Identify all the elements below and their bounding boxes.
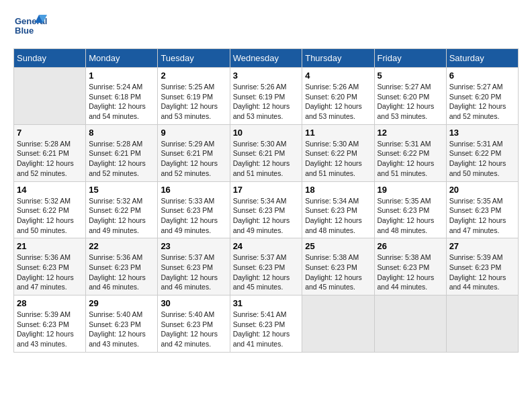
header-monday: Monday (86, 49, 158, 68)
day-number: 20 (449, 185, 515, 195)
header-saturday: Saturday (446, 49, 518, 68)
day-info: Sunrise: 5:38 AMSunset: 6:23 PMDaylight:… (378, 253, 443, 292)
day-number: 15 (89, 185, 154, 195)
day-info: Sunrise: 5:28 AMSunset: 6:21 PMDaylight:… (17, 139, 83, 179)
day-number: 5 (378, 71, 443, 81)
day-info: Sunrise: 5:35 AMSunset: 6:23 PMDaylight:… (378, 196, 443, 236)
day-info: Sunrise: 5:31 AMSunset: 6:22 PMDaylight:… (378, 139, 443, 179)
day-number: 2 (161, 71, 226, 81)
day-info: Sunrise: 5:26 AMSunset: 6:19 PMDaylight:… (233, 82, 300, 122)
calendar-cell: 12Sunrise: 5:31 AMSunset: 6:22 PMDayligh… (374, 124, 446, 181)
calendar-cell: 3Sunrise: 5:26 AMSunset: 6:19 PMDaylight… (230, 68, 302, 125)
calendar-cell: 31Sunrise: 5:41 AMSunset: 6:23 PMDayligh… (230, 295, 302, 353)
calendar-week-row: 7Sunrise: 5:28 AMSunset: 6:21 PMDaylight… (14, 124, 519, 181)
day-info: Sunrise: 5:36 AMSunset: 6:23 PMDaylight:… (89, 253, 154, 292)
header-friday: Friday (374, 49, 446, 68)
day-info: Sunrise: 5:30 AMSunset: 6:22 PMDaylight:… (305, 139, 371, 179)
day-number: 19 (378, 185, 443, 195)
day-number: 6 (449, 71, 515, 81)
calendar-table: SundayMondayTuesdayWednesdayThursdayFrid… (13, 48, 519, 353)
calendar-cell: 1Sunrise: 5:24 AMSunset: 6:18 PMDaylight… (86, 68, 158, 125)
svg-text:Blue: Blue (15, 26, 34, 36)
day-number: 27 (449, 241, 515, 251)
calendar-cell: 18Sunrise: 5:34 AMSunset: 6:23 PMDayligh… (302, 181, 374, 238)
calendar-cell: 20Sunrise: 5:35 AMSunset: 6:23 PMDayligh… (446, 181, 518, 238)
day-number: 28 (17, 298, 83, 308)
day-info: Sunrise: 5:37 AMSunset: 6:23 PMDaylight:… (233, 253, 300, 292)
day-number: 14 (17, 185, 83, 195)
calendar-cell (446, 295, 518, 353)
calendar-cell: 10Sunrise: 5:30 AMSunset: 6:21 PMDayligh… (230, 124, 302, 181)
day-number: 21 (17, 241, 83, 251)
day-number: 23 (161, 241, 226, 251)
day-number: 12 (378, 128, 443, 138)
day-info: Sunrise: 5:34 AMSunset: 6:23 PMDaylight:… (305, 196, 371, 236)
day-number: 22 (89, 241, 154, 251)
day-number: 8 (89, 128, 154, 138)
day-info: Sunrise: 5:39 AMSunset: 6:23 PMDaylight:… (449, 253, 515, 292)
day-info: Sunrise: 5:32 AMSunset: 6:22 PMDaylight:… (89, 196, 154, 236)
calendar-cell: 2Sunrise: 5:25 AMSunset: 6:19 PMDaylight… (158, 68, 230, 125)
day-info: Sunrise: 5:28 AMSunset: 6:21 PMDaylight:… (89, 139, 154, 179)
day-info: Sunrise: 5:35 AMSunset: 6:23 PMDaylight:… (449, 196, 515, 236)
calendar-cell: 17Sunrise: 5:34 AMSunset: 6:23 PMDayligh… (230, 181, 302, 238)
day-number: 30 (161, 298, 226, 308)
calendar-cell: 6Sunrise: 5:27 AMSunset: 6:20 PMDaylight… (446, 68, 518, 125)
calendar-cell: 13Sunrise: 5:31 AMSunset: 6:22 PMDayligh… (446, 124, 518, 181)
day-number: 25 (305, 241, 371, 251)
day-info: Sunrise: 5:40 AMSunset: 6:23 PMDaylight:… (89, 310, 154, 349)
day-info: Sunrise: 5:38 AMSunset: 6:23 PMDaylight:… (305, 253, 371, 292)
calendar-cell: 29Sunrise: 5:40 AMSunset: 6:23 PMDayligh… (86, 295, 158, 353)
logo-svg: General Blue (13, 13, 47, 42)
day-number: 4 (305, 71, 371, 81)
calendar-cell: 25Sunrise: 5:38 AMSunset: 6:23 PMDayligh… (302, 238, 374, 295)
calendar-cell: 4Sunrise: 5:26 AMSunset: 6:20 PMDaylight… (302, 68, 374, 125)
day-number: 3 (233, 71, 300, 81)
day-info: Sunrise: 5:25 AMSunset: 6:19 PMDaylight:… (161, 82, 226, 122)
calendar-cell: 11Sunrise: 5:30 AMSunset: 6:22 PMDayligh… (302, 124, 374, 181)
calendar-cell: 7Sunrise: 5:28 AMSunset: 6:21 PMDaylight… (14, 124, 86, 181)
day-number: 9 (161, 128, 226, 138)
header-sunday: Sunday (14, 49, 86, 68)
calendar-week-row: 28Sunrise: 5:39 AMSunset: 6:23 PMDayligh… (14, 295, 519, 353)
calendar-cell: 19Sunrise: 5:35 AMSunset: 6:23 PMDayligh… (374, 181, 446, 238)
calendar-cell: 30Sunrise: 5:40 AMSunset: 6:23 PMDayligh… (158, 295, 230, 353)
calendar-cell (14, 68, 86, 125)
day-info: Sunrise: 5:32 AMSunset: 6:22 PMDaylight:… (17, 196, 83, 236)
calendar-cell: 24Sunrise: 5:37 AMSunset: 6:23 PMDayligh… (230, 238, 302, 295)
calendar-cell: 15Sunrise: 5:32 AMSunset: 6:22 PMDayligh… (86, 181, 158, 238)
calendar-cell: 5Sunrise: 5:27 AMSunset: 6:20 PMDaylight… (374, 68, 446, 125)
day-info: Sunrise: 5:31 AMSunset: 6:22 PMDaylight:… (449, 139, 515, 179)
calendar-cell: 26Sunrise: 5:38 AMSunset: 6:23 PMDayligh… (374, 238, 446, 295)
day-number: 16 (161, 185, 226, 195)
day-number: 11 (305, 128, 371, 138)
day-info: Sunrise: 5:24 AMSunset: 6:18 PMDaylight:… (89, 82, 154, 122)
calendar-header-row: SundayMondayTuesdayWednesdayThursdayFrid… (14, 49, 519, 68)
calendar-week-row: 14Sunrise: 5:32 AMSunset: 6:22 PMDayligh… (14, 181, 519, 238)
day-info: Sunrise: 5:34 AMSunset: 6:23 PMDaylight:… (233, 196, 300, 236)
logo: General Blue (13, 13, 47, 42)
day-number: 24 (233, 241, 300, 251)
day-number: 29 (89, 298, 154, 308)
day-info: Sunrise: 5:40 AMSunset: 6:23 PMDaylight:… (161, 310, 226, 349)
day-info: Sunrise: 5:33 AMSunset: 6:23 PMDaylight:… (161, 196, 226, 236)
day-number: 26 (378, 241, 443, 251)
day-number: 18 (305, 185, 371, 195)
header-thursday: Thursday (302, 49, 374, 68)
calendar-cell: 14Sunrise: 5:32 AMSunset: 6:22 PMDayligh… (14, 181, 86, 238)
day-info: Sunrise: 5:30 AMSunset: 6:21 PMDaylight:… (233, 139, 300, 179)
day-info: Sunrise: 5:36 AMSunset: 6:23 PMDaylight:… (17, 253, 83, 292)
calendar-cell (302, 295, 374, 353)
calendar-cell: 21Sunrise: 5:36 AMSunset: 6:23 PMDayligh… (14, 238, 86, 295)
page-header: General Blue (13, 13, 519, 42)
day-number: 10 (233, 128, 300, 138)
day-number: 7 (17, 128, 83, 138)
day-number: 1 (89, 71, 154, 81)
header-tuesday: Tuesday (158, 49, 230, 68)
header-wednesday: Wednesday (230, 49, 302, 68)
calendar-cell: 16Sunrise: 5:33 AMSunset: 6:23 PMDayligh… (158, 181, 230, 238)
calendar-cell: 27Sunrise: 5:39 AMSunset: 6:23 PMDayligh… (446, 238, 518, 295)
calendar-cell: 28Sunrise: 5:39 AMSunset: 6:23 PMDayligh… (14, 295, 86, 353)
day-number: 31 (233, 298, 300, 308)
day-info: Sunrise: 5:41 AMSunset: 6:23 PMDaylight:… (233, 310, 300, 349)
